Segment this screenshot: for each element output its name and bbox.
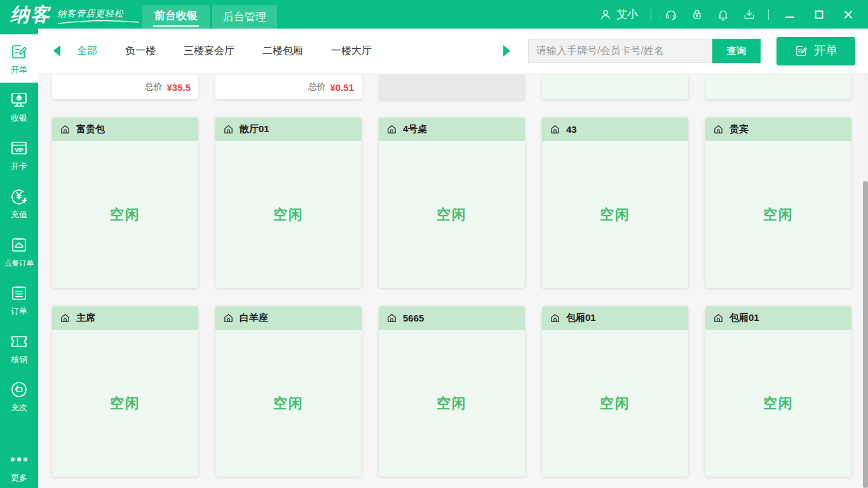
search-input[interactable] [528, 39, 712, 63]
sidebar-item-orders[interactable]: 订单 [0, 276, 38, 324]
table-card[interactable]: 主席 空闲 [52, 306, 198, 477]
home-icon [713, 124, 724, 135]
titlebar-separator [651, 9, 651, 20]
table-card[interactable]: 散厅01 空闲 [215, 118, 362, 288]
table-card-header: 贵宾 [705, 118, 851, 141]
download-icon[interactable] [742, 8, 756, 21]
sidebar: 开单 收银 VIP 开卡 充值 点餐订单 [0, 29, 38, 488]
scroll-left-icon[interactable] [53, 45, 60, 57]
order-pad-icon [10, 42, 29, 61]
close-button[interactable] [840, 6, 857, 23]
table-card[interactable]: 5665 空闲 [379, 306, 525, 477]
table-status: 空闲 [273, 205, 304, 224]
home-icon [386, 124, 397, 135]
titlebar: 纳客 纳客管店更轻松 前台收银 后台管理 艾小 [0, 0, 868, 29]
table-card[interactable]: 富贵包 空闲 [52, 118, 198, 288]
table-status: 空闲 [437, 205, 467, 224]
tab-front-cashier[interactable]: 前台收银 [142, 5, 210, 29]
home-icon [550, 313, 560, 323]
scrollbar-thumb[interactable] [863, 181, 868, 488]
table-card-header: 主席 [52, 306, 198, 330]
table-card-header: 4号桌 [379, 118, 525, 141]
table-card-header: 包厢01 [705, 306, 851, 330]
total-price: ¥35.5 [166, 82, 191, 93]
sidebar-item-food-orders[interactable]: 点餐订单 [0, 227, 38, 276]
titlebar-separator [768, 9, 769, 20]
search-group: 查询 [528, 39, 761, 63]
cashier-monitor-icon [10, 90, 29, 109]
food-order-icon [10, 235, 29, 254]
logo-slogan: 纳客管店更轻松 [57, 8, 140, 27]
table-card-stub[interactable]: 总价 ¥35.5 [52, 75, 198, 99]
sidebar-item-refill[interactable]: 充次 [0, 372, 38, 421]
table-status: 空闲 [600, 394, 630, 413]
table-status: 空闲 [110, 394, 140, 413]
table-card-header: 5665 [379, 306, 525, 330]
home-icon [223, 124, 234, 135]
search-button[interactable]: 查询 [712, 39, 761, 63]
table-card-stub[interactable]: 总价 ¥0.51 [215, 75, 362, 99]
area-tab-main-hall[interactable]: 一楼大厅 [331, 44, 372, 58]
sidebar-item-cashier[interactable]: 收银 [0, 83, 38, 131]
total-price: ¥0.51 [330, 82, 354, 93]
lock-icon[interactable] [690, 8, 703, 21]
recharge-yuan-icon [10, 187, 29, 206]
area-tab-banquet-hall[interactable]: 三楼宴会厅 [184, 44, 234, 58]
area-tab-private-rooms[interactable]: 二楼包厢 [262, 44, 303, 58]
table-card-header: 富贵包 [52, 118, 198, 141]
table-status: 空闲 [600, 205, 630, 224]
table-card[interactable]: 4号桌 空闲 [379, 118, 525, 288]
ticket-icon [10, 332, 29, 351]
maximize-button[interactable] [811, 6, 827, 23]
sidebar-item-verify[interactable]: 核销 [0, 324, 38, 372]
table-card[interactable]: 包厢01 空闲 [705, 306, 851, 477]
table-card[interactable]: 43 空闲 [542, 118, 688, 288]
logo-text: 纳客 [10, 2, 51, 27]
svg-text:VIP: VIP [15, 146, 24, 152]
user-menu[interactable]: 艾小 [599, 7, 638, 22]
bell-icon[interactable] [716, 8, 729, 21]
table-card-header: 散厅01 [215, 118, 362, 141]
sidebar-item-more[interactable]: 更多 [0, 449, 38, 484]
area-tab-basement[interactable]: 负一楼 [125, 44, 156, 58]
main-content: 全部 负一楼 三楼宴会厅 二楼包厢 一楼大厅 查询 开单 总价 ¥35.5 [38, 29, 868, 488]
home-icon [60, 124, 71, 135]
main-tabs: 前台收银 后台管理 [142, 5, 277, 29]
table-status: 空闲 [763, 394, 794, 413]
table-card-stub[interactable] [705, 75, 851, 99]
home-icon [386, 313, 397, 323]
table-card-header: 白羊座 [215, 306, 362, 330]
home-icon [550, 124, 560, 135]
vertical-scrollbar [863, 73, 868, 488]
new-order-button[interactable]: 开单 [776, 37, 855, 65]
more-dots-icon [11, 450, 27, 469]
table-card[interactable]: 贵宾 空闲 [705, 118, 851, 288]
table-card[interactable]: 白羊座 空闲 [215, 306, 362, 477]
table-row-partial: 总价 ¥35.5 总价 ¥0.51 [52, 75, 854, 99]
headset-icon[interactable] [664, 8, 677, 21]
area-tab-all[interactable]: 全部 [77, 44, 97, 58]
table-card[interactable]: 包厢01 空闲 [542, 306, 688, 477]
home-icon [713, 313, 724, 323]
table-card-header: 43 [542, 118, 688, 141]
username: 艾小 [616, 7, 638, 22]
sidebar-item-open-order[interactable]: 开单 [0, 34, 38, 83]
user-icon [599, 8, 612, 21]
table-row: 主席 空闲 白羊座 空闲 5665 空闲 [52, 306, 854, 477]
scroll-right-icon[interactable] [503, 45, 510, 57]
table-grid: 总价 ¥35.5 总价 ¥0.51 富贵包 空闲 [38, 73, 868, 488]
app-logo: 纳客 纳客管店更轻松 [0, 2, 142, 27]
slogan-swoosh-icon [57, 20, 140, 25]
minimize-button[interactable] [782, 6, 798, 23]
table-status: 空闲 [437, 394, 467, 413]
table-status: 空闲 [763, 205, 794, 224]
table-card-stub[interactable] [379, 75, 525, 99]
sidebar-item-open-card[interactable]: VIP 开卡 [0, 131, 38, 179]
table-card-stub[interactable] [542, 75, 688, 99]
tab-backoffice[interactable]: 后台管理 [212, 5, 277, 29]
sidebar-item-recharge[interactable]: 充值 [0, 179, 38, 227]
titlebar-right: 艾小 [599, 6, 868, 23]
area-filter-bar: 全部 负一楼 三楼宴会厅 二楼包厢 一楼大厅 查询 开单 [38, 29, 868, 73]
home-icon [60, 313, 71, 323]
table-row: 富贵包 空闲 散厅01 空闲 4号桌 空闲 [52, 118, 854, 288]
